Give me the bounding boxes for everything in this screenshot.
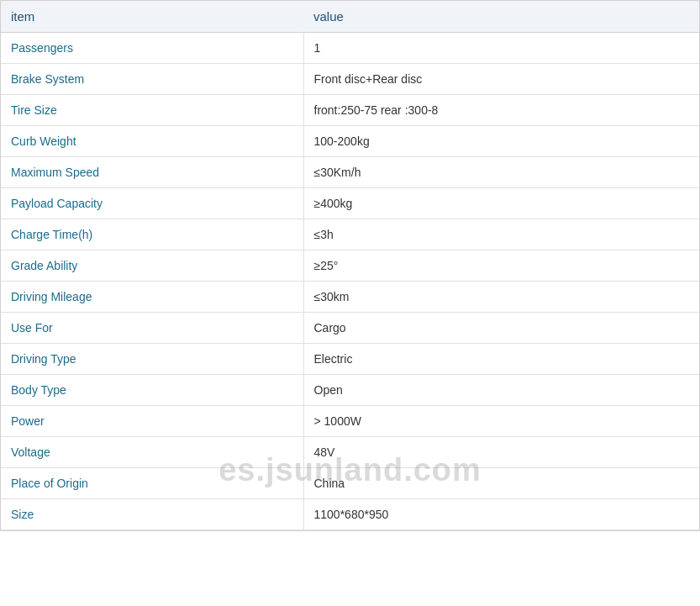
- table-row: Place of OriginChina: [1, 468, 699, 499]
- cell-item: Charge Time(h): [1, 219, 303, 250]
- cell-item: Curb Weight: [1, 126, 303, 157]
- cell-item: Passengers: [1, 33, 303, 64]
- cell-value: China: [303, 468, 699, 499]
- table-row: Driving Mileage≤30km: [1, 282, 699, 313]
- table-row: Charge Time(h)≤3h: [1, 219, 699, 250]
- cell-item: Voltage: [1, 437, 303, 468]
- cell-value: ≤3h: [303, 219, 699, 250]
- cell-value: Open: [303, 375, 699, 406]
- cell-item: Driving Mileage: [1, 282, 303, 313]
- cell-item: Payload Capacity: [1, 188, 303, 219]
- cell-value: Electric: [303, 344, 699, 375]
- cell-item: Maximum Speed: [1, 157, 303, 188]
- cell-item: Size: [1, 499, 303, 530]
- cell-item: Place of Origin: [1, 468, 303, 499]
- cell-item: Use For: [1, 313, 303, 344]
- table-row: Body TypeOpen: [1, 375, 699, 406]
- cell-value: ≥25°: [303, 250, 699, 282]
- table-row: Driving TypeElectric: [1, 344, 699, 375]
- cell-value: 48V: [303, 437, 699, 468]
- cell-item: Grade Ability: [1, 250, 303, 282]
- cell-value: 1100*680*950: [303, 499, 699, 530]
- cell-value: 100-200kg: [303, 126, 699, 157]
- cell-value: front:250-75 rear :300-8: [303, 95, 699, 126]
- table-row: Payload Capacity≥400kg: [1, 188, 699, 219]
- specs-table: item value Passengers1Brake SystemFront …: [1, 1, 699, 530]
- table-row: Use ForCargo: [1, 313, 699, 344]
- cell-value: Front disc+Rear disc: [303, 64, 699, 95]
- table-row: Curb Weight100-200kg: [1, 126, 699, 157]
- table-row: Tire Sizefront:250-75 rear :300-8: [1, 95, 699, 126]
- cell-item: Power: [1, 406, 303, 437]
- cell-value: 1: [303, 33, 699, 64]
- table-row: Voltage48V: [1, 437, 699, 468]
- table-row: Passengers1: [1, 33, 699, 64]
- cell-value: ≤30Km/h: [303, 157, 699, 188]
- cell-item: Brake System: [1, 64, 303, 95]
- cell-item: Driving Type: [1, 344, 303, 375]
- cell-item: Tire Size: [1, 95, 303, 126]
- table-row: Power> 1000W: [1, 406, 699, 437]
- cell-value: > 1000W: [303, 406, 699, 437]
- cell-value: ≤30km: [303, 282, 699, 313]
- cell-item: Body Type: [1, 375, 303, 406]
- table-row: Brake SystemFront disc+Rear disc: [1, 64, 699, 95]
- cell-value: Cargo: [303, 313, 699, 344]
- table-header-row: item value: [1, 1, 699, 33]
- table-row: Size1100*680*950: [1, 499, 699, 530]
- header-value: value: [303, 1, 699, 33]
- header-item: item: [1, 1, 303, 33]
- cell-value: ≥400kg: [303, 188, 699, 219]
- table-row: Maximum Speed≤30Km/h: [1, 157, 699, 188]
- specs-table-container: item value Passengers1Brake SystemFront …: [0, 0, 700, 531]
- table-row: Grade Ability≥25°: [1, 250, 699, 282]
